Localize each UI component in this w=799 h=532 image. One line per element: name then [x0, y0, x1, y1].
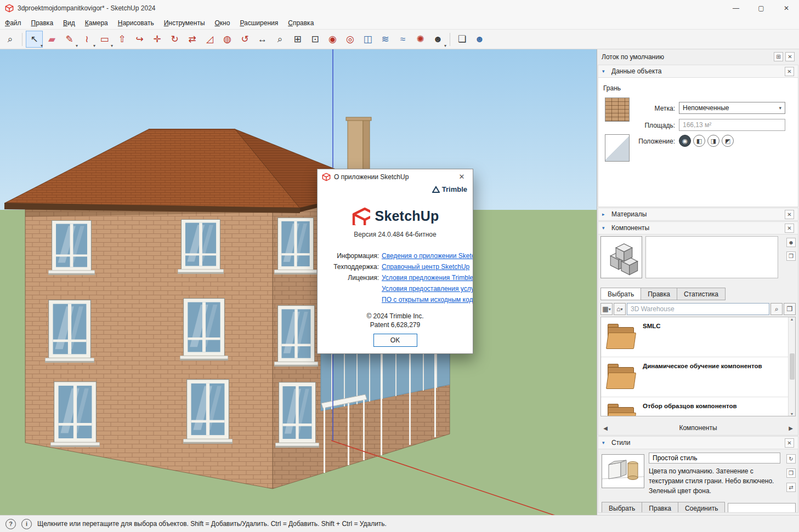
- close-button[interactable]: ✕: [774, 0, 799, 16]
- push-pull-tool-button[interactable]: ⇧: [114, 31, 131, 48]
- menu-camera[interactable]: Камера: [80, 17, 113, 29]
- shapes-tool-button[interactable]: ▭▾: [96, 31, 113, 48]
- orbit-tool-button[interactable]: ↺: [236, 31, 253, 48]
- model-scene[interactable]: [0, 49, 597, 515]
- styles-close-icon[interactable]: ✕: [785, 438, 794, 448]
- chevron-down-icon[interactable]: ▾: [444, 44, 446, 48]
- eraser-tool-button[interactable]: ▰: [43, 31, 60, 48]
- cast-shadows-icon[interactable]: ◨: [707, 135, 719, 147]
- minimize-button[interactable]: —: [723, 0, 749, 16]
- home-button[interactable]: ⌂▾: [614, 303, 626, 315]
- axes-tool-button[interactable]: ✺: [412, 31, 429, 48]
- styles-header[interactable]: ▾ Стили ✕: [598, 436, 798, 449]
- update-style-icon[interactable]: ↻: [786, 454, 796, 464]
- components-scrollbar[interactable]: ▲ ▼: [788, 317, 795, 416]
- tray-close-icon[interactable]: ✕: [785, 52, 795, 61]
- tab-select[interactable]: Выбрать: [600, 288, 641, 300]
- offer-terms-link[interactable]: Условия предложения Trimble: [382, 272, 473, 283]
- list-item[interactable]: SMLC: [601, 317, 795, 357]
- tab-statistics[interactable]: Статистика: [677, 288, 726, 300]
- swap-style-icon[interactable]: ⇄: [786, 483, 796, 492]
- area-field[interactable]: [679, 119, 785, 131]
- ok-button[interactable]: OK: [373, 334, 417, 347]
- flip-tool-button[interactable]: ⇄: [184, 31, 201, 48]
- scroll-down-icon[interactable]: ▼: [790, 412, 794, 416]
- 3d-viewport[interactable]: О приложении SketchUp ✕ Trimble SketchUp…: [0, 49, 597, 515]
- components-header[interactable]: ▾ Компоненты ✕: [598, 221, 798, 234]
- help-center-link[interactable]: Справочный центр SketchUp: [382, 261, 469, 272]
- materials-header[interactable]: ▸ Материалы ✕: [598, 208, 798, 221]
- entity-info-header[interactable]: ▾ Данные объекта ✕: [598, 65, 798, 78]
- list-item[interactable]: Динамическое обучение компонентов: [601, 357, 795, 397]
- zoom-extents-tool-button[interactable]: ⊡: [307, 31, 324, 48]
- chevron-down-icon[interactable]: ▾: [41, 44, 43, 48]
- scroll-up-icon[interactable]: ▲: [790, 317, 794, 321]
- menu-edit[interactable]: Правка: [26, 17, 59, 29]
- pan-tool-button[interactable]: ↔: [254, 31, 271, 48]
- chevron-right-icon[interactable]: ▸: [602, 211, 608, 217]
- chevron-down-icon[interactable]: ▾: [76, 44, 78, 48]
- style-filter-field[interactable]: [728, 503, 796, 513]
- paint-tool-button[interactable]: ◍: [219, 31, 236, 48]
- menu-help[interactable]: Справка: [283, 17, 319, 29]
- rotate-tool-button[interactable]: ↻: [166, 31, 183, 48]
- add-person-button[interactable]: ☻: [471, 31, 488, 48]
- service-terms-link[interactable]: Условия предоставления услуг: [382, 283, 473, 294]
- freehand-tool-button[interactable]: ≀▾: [78, 31, 95, 48]
- tab-style-select[interactable]: Выбрать: [602, 502, 642, 513]
- warehouse-search-input[interactable]: [627, 303, 769, 315]
- scrollbar-thumb[interactable]: [790, 353, 795, 380]
- menu-window[interactable]: Окно: [210, 17, 235, 29]
- component-description-box[interactable]: [645, 236, 778, 278]
- follow-me-tool-button[interactable]: ↪: [131, 31, 148, 48]
- position-camera-tool-button[interactable]: ◉: [324, 31, 341, 48]
- house-front-wall[interactable]: [25, 205, 273, 489]
- maximize-button[interactable]: ▢: [749, 0, 774, 16]
- style-name-field[interactable]: [649, 453, 780, 464]
- open-source-link[interactable]: ПО с открытым исходным кодом: [382, 294, 473, 305]
- section-fill-tool-button[interactable]: ≋: [377, 31, 394, 48]
- component-preview[interactable]: [600, 236, 642, 278]
- tab-style-mix[interactable]: Соединить: [678, 502, 726, 513]
- scale-tool-button[interactable]: ◿: [201, 31, 218, 48]
- view-options-button[interactable]: ▦▾: [600, 303, 613, 315]
- chevron-down-icon[interactable]: ▾: [602, 225, 608, 231]
- back-arrow-icon[interactable]: ◀: [600, 425, 610, 431]
- select-instance-icon[interactable]: ☻: [786, 238, 796, 247]
- chevron-down-icon[interactable]: ▾: [602, 440, 608, 445]
- about-app-link[interactable]: Сведения о приложении SketchUp: [382, 250, 473, 261]
- account-button[interactable]: ☻▾: [429, 31, 446, 48]
- list-item[interactable]: Отбор образцов компонентов: [601, 397, 795, 416]
- look-around-tool-button[interactable]: ◎: [342, 31, 359, 48]
- forward-arrow-icon[interactable]: ▶: [786, 425, 796, 431]
- chevron-down-icon[interactable]: ▾: [93, 44, 95, 48]
- menu-view[interactable]: Вид: [58, 17, 80, 29]
- geolocation-icon[interactable]: ?: [5, 519, 16, 529]
- chevron-down-icon[interactable]: ▾: [111, 44, 113, 48]
- menu-tools[interactable]: Инструменты: [159, 17, 210, 29]
- tag-dropdown[interactable]: Непомеченные ▾: [679, 102, 785, 114]
- line-tool-button[interactable]: ✎▾: [61, 31, 78, 48]
- chimney[interactable]: [346, 117, 371, 172]
- chevron-down-icon[interactable]: ▾: [602, 68, 608, 74]
- components-close-icon[interactable]: ✕: [785, 224, 794, 233]
- entity-info-close-icon[interactable]: ✕: [785, 67, 794, 76]
- section-display-tool-button[interactable]: ≈: [394, 31, 411, 48]
- about-close-button[interactable]: ✕: [455, 170, 468, 184]
- select-tool-button[interactable]: ↖▾: [26, 31, 43, 48]
- eye-icon[interactable]: ◉: [679, 135, 691, 147]
- details-icon[interactable]: ❐: [786, 251, 796, 261]
- move-tool-button[interactable]: ✛: [149, 31, 166, 48]
- menu-extensions[interactable]: Расширения: [235, 17, 283, 29]
- receive-shadows-icon[interactable]: ◩: [722, 135, 734, 147]
- search-tool-button[interactable]: ⌕: [2, 31, 19, 48]
- menu-file[interactable]: Файл: [0, 17, 26, 29]
- tray-pin-icon[interactable]: ⊞: [774, 52, 783, 61]
- materials-close-icon[interactable]: ✕: [785, 210, 794, 219]
- style-preview-thumbnail[interactable]: [602, 454, 644, 488]
- export-button[interactable]: ❐: [784, 303, 796, 315]
- menu-draw[interactable]: Нарисовать: [113, 17, 159, 29]
- zoom-tool-button[interactable]: ⌕: [271, 31, 288, 48]
- info-icon[interactable]: i: [21, 519, 32, 529]
- section-plane-tool-button[interactable]: ◫: [359, 31, 376, 48]
